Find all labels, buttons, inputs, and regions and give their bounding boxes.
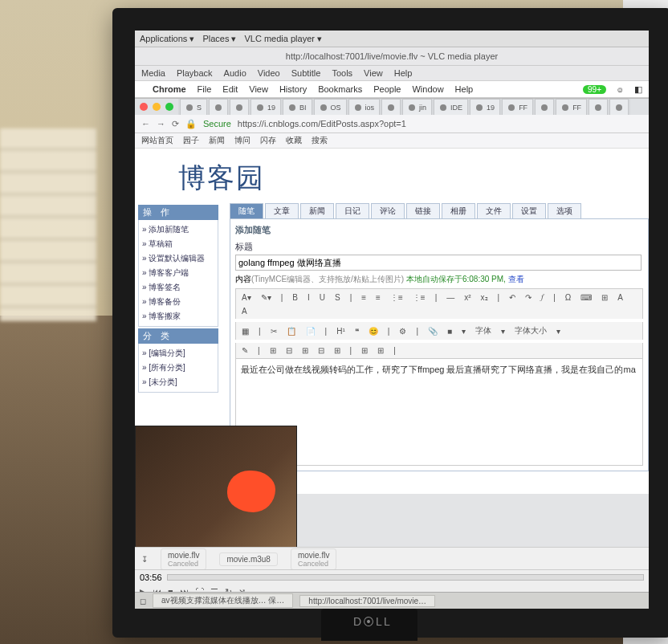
chrome-tab[interactable]: S xyxy=(180,99,207,115)
editor-tool[interactable]: ≡ xyxy=(373,292,384,303)
editor-tool[interactable]: ▾ xyxy=(458,326,469,336)
editor-tool[interactable]: x₂ xyxy=(478,292,491,303)
chrome-tab[interactable]: BI xyxy=(283,99,312,115)
bookmark-item[interactable]: 搜索 xyxy=(312,135,328,146)
editor-tool[interactable]: ▦ xyxy=(238,326,252,336)
editor-tool[interactable]: ✎ xyxy=(238,345,251,356)
page-tab[interactable]: 随笔 xyxy=(230,203,263,218)
vlc-menu-subtitle[interactable]: Subtitle xyxy=(291,68,321,78)
vlc-menu-tools[interactable]: Tools xyxy=(332,68,352,78)
mac-edit[interactable]: Edit xyxy=(222,84,238,94)
mac-window[interactable]: Window xyxy=(412,84,443,94)
applications-menu[interactable]: Applications xyxy=(140,34,194,44)
back-icon[interactable]: ← xyxy=(141,119,150,128)
bookmark-item[interactable]: 闪存 xyxy=(260,135,276,146)
editor-tool[interactable]: ⊞ xyxy=(331,345,344,356)
editor-tool[interactable]: ❝ xyxy=(352,326,362,336)
editor-tool[interactable]: | xyxy=(322,326,331,336)
editor-tool[interactable]: | xyxy=(255,326,264,336)
editor-tool[interactable]: | xyxy=(347,345,356,356)
editor-tool[interactable]: | xyxy=(255,345,263,356)
editor-tool[interactable]: ▾ xyxy=(553,326,564,336)
sidebar-op[interactable]: 草稿箱 xyxy=(139,237,218,251)
post-title-input[interactable] xyxy=(235,255,642,271)
bookmark-item[interactable]: 园子 xyxy=(183,135,199,146)
taskbar-item-2[interactable]: http://localhost:7001/live/movie… xyxy=(299,595,435,607)
mac-bookmarks[interactable]: Bookmarks xyxy=(318,84,362,94)
editor-tool[interactable]: Ω xyxy=(562,292,574,303)
chrome-tab[interactable] xyxy=(589,99,608,115)
vlc-panel-item[interactable]: VLC media player xyxy=(244,34,322,44)
site-logo[interactable]: 博客园 xyxy=(135,149,649,203)
mac-app-name[interactable]: Chrome xyxy=(153,84,186,94)
bookmark-item[interactable]: 新闻 xyxy=(209,135,225,146)
editor-tool[interactable]: x² xyxy=(461,292,474,303)
editor-tool[interactable]: B xyxy=(289,292,301,303)
editor-tool[interactable]: ⊞ xyxy=(267,345,279,356)
editor-tool[interactable]: | xyxy=(278,292,287,303)
page-tab[interactable]: 相册 xyxy=(442,203,475,218)
editor-tool[interactable]: I xyxy=(304,292,313,303)
chrome-tab[interactable] xyxy=(381,99,401,115)
editor-tool[interactable]: ▾ xyxy=(498,326,508,336)
sidebar-op[interactable]: 设置默认编辑器 xyxy=(139,251,218,266)
editor-tool[interactable]: ⊟ xyxy=(283,345,295,356)
mac-people[interactable]: People xyxy=(373,84,401,94)
page-tab[interactable]: 新闻 xyxy=(300,203,334,218)
editor-tool[interactable]: ≡ xyxy=(358,292,369,303)
chrome-tab[interactable]: 19 xyxy=(470,99,500,115)
reload-icon[interactable]: ⟳ xyxy=(172,119,179,129)
page-tab[interactable]: 日记 xyxy=(336,203,369,218)
chrome-tab[interactable] xyxy=(609,99,629,115)
sidebar-cat[interactable]: [编辑分类] xyxy=(139,346,218,361)
editor-tool[interactable]: ↷ xyxy=(522,292,535,303)
sidebar-cat[interactable]: [未分类] xyxy=(139,375,218,389)
chrome-tab[interactable]: FF xyxy=(502,99,533,115)
sidebar-op[interactable]: 博客客户端 xyxy=(139,266,218,280)
editor-tool[interactable]: ⊞ xyxy=(358,345,371,356)
places-menu[interactable]: Places xyxy=(202,34,236,44)
chrome-tab[interactable]: jin xyxy=(402,99,432,115)
notification-badge[interactable]: 99+ xyxy=(583,85,606,94)
editor-tool[interactable]: ↶ xyxy=(506,292,519,303)
editor-tool[interactable]: U xyxy=(316,292,328,303)
bookmark-item[interactable]: 网站首页 xyxy=(141,135,173,146)
menubar-extra-icon[interactable]: ◧ xyxy=(634,84,642,95)
editor-tool[interactable]: | xyxy=(432,292,441,303)
editor-tool[interactable]: 𝑓 xyxy=(538,291,547,303)
editor-tool[interactable]: A xyxy=(238,306,250,316)
download-item[interactable]: movie.flvCanceled xyxy=(161,548,206,570)
editor-tool[interactable]: ⚙ xyxy=(396,326,409,336)
sidebar-op[interactable]: 博客搬家 xyxy=(139,309,218,324)
editor-tool[interactable]: ⋮≡ xyxy=(409,292,429,303)
sidebar-cat[interactable]: [所有分类] xyxy=(139,361,218,375)
editor-tool[interactable]: ⊞ xyxy=(598,292,611,303)
editor-tool[interactable]: ⊞ xyxy=(299,345,312,356)
vlc-menu-audio[interactable]: Audio xyxy=(224,68,246,78)
editor-tool[interactable]: 字体 xyxy=(472,324,495,337)
vlc-menu-view[interactable]: View xyxy=(364,68,383,78)
page-tab[interactable]: 链接 xyxy=(406,203,440,218)
editor-tool[interactable]: | xyxy=(495,292,503,303)
mac-history[interactable]: History xyxy=(279,84,307,94)
editor-tool[interactable]: 📎 xyxy=(425,326,441,336)
editor-tool[interactable]: ⊟ xyxy=(315,345,328,356)
vlc-track[interactable] xyxy=(167,574,644,581)
chrome-tab[interactable] xyxy=(209,99,228,115)
editor-tool[interactable]: | xyxy=(347,292,356,303)
zoom-icon[interactable] xyxy=(165,103,173,111)
bookmark-item[interactable]: 收藏 xyxy=(286,135,302,146)
close-icon[interactable] xyxy=(140,103,148,111)
chrome-tab[interactable] xyxy=(230,99,249,115)
editor-tool[interactable]: ✎▾ xyxy=(258,292,275,303)
chrome-tab[interactable]: OS xyxy=(314,99,347,115)
editor-tool[interactable]: ✂ xyxy=(267,326,280,336)
chrome-tab[interactable] xyxy=(535,99,554,115)
editor-tool[interactable]: ⌨ xyxy=(577,292,595,303)
page-tab[interactable]: 选项 xyxy=(548,203,581,218)
chrome-tab[interactable]: ios xyxy=(348,99,381,115)
sidebar-op[interactable]: 博客备份 xyxy=(139,295,218,309)
editor-tool[interactable]: H¹ xyxy=(333,326,348,336)
editor-tool[interactable]: A▾ xyxy=(238,292,255,303)
editor-tool[interactable]: | xyxy=(413,326,422,336)
